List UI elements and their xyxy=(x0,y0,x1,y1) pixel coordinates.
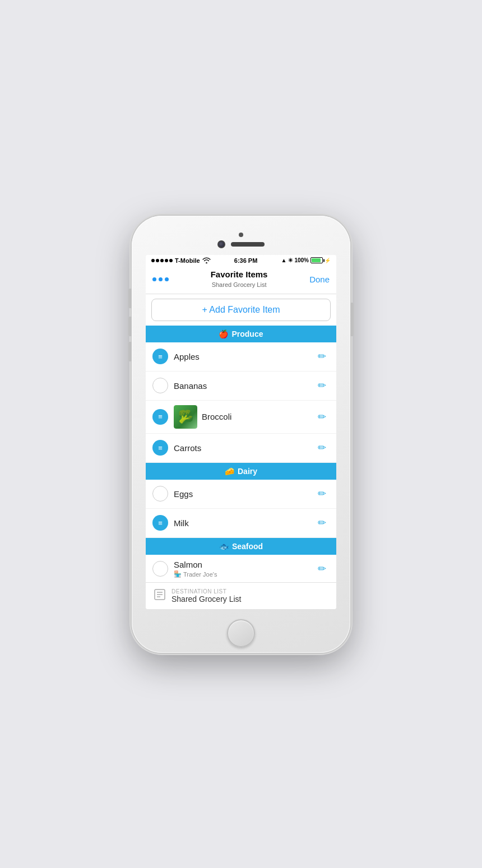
check-symbol: ≡ xyxy=(158,412,163,421)
carrier-label: T-Mobile xyxy=(175,257,200,264)
list-item: Bananas ✏ xyxy=(146,372,336,401)
item-unchecked-icon[interactable] xyxy=(152,378,168,393)
broccoli-image: 🥦 xyxy=(174,405,197,429)
edit-icon[interactable]: ✏ xyxy=(314,377,330,394)
battery-icon xyxy=(310,257,323,263)
section-header-dairy: 🧀 Dairy xyxy=(146,463,336,480)
status-left: T-Mobile xyxy=(151,257,211,264)
bluetooth-icon: ✳ xyxy=(288,257,293,263)
nav-bar: Favorite Items Shared Grocery List Done xyxy=(146,266,336,294)
list-item: ≡ Carrots ✏ xyxy=(146,434,336,463)
edit-icon[interactable]: ✏ xyxy=(314,348,330,365)
edit-icon[interactable]: ✏ xyxy=(314,439,330,456)
phone-screen: T-Mobile 6:36 PM ▲ ✳ 100% ⚡ xyxy=(146,255,336,609)
home-button[interactable] xyxy=(227,619,255,647)
item-thumbnail: 🥦 xyxy=(174,405,197,429)
list-item: ≡ Milk ✏ xyxy=(146,509,336,538)
phone-frame: T-Mobile 6:36 PM ▲ ✳ 100% ⚡ xyxy=(132,216,350,653)
list-item: ≡ Apples ✏ xyxy=(146,342,336,372)
check-symbol: ≡ xyxy=(158,519,163,527)
status-time: 6:36 PM xyxy=(234,257,258,264)
item-name: Apples xyxy=(174,352,314,361)
phone-sensor xyxy=(239,233,243,237)
location-icon: ▲ xyxy=(281,257,287,263)
item-unchecked-icon[interactable] xyxy=(152,561,168,577)
item-name: Eggs xyxy=(174,489,314,499)
charging-icon: ⚡ xyxy=(325,258,331,263)
item-checked-icon[interactable]: ≡ xyxy=(152,349,168,364)
item-content: Salmon 🏪 Trader Joe's xyxy=(174,560,314,578)
check-symbol: ≡ xyxy=(158,352,163,361)
signal-icon xyxy=(151,259,173,262)
item-name: Salmon xyxy=(174,560,314,569)
page-title: Favorite Items xyxy=(211,270,268,279)
phone-speaker xyxy=(231,242,265,247)
battery-pct: 100% xyxy=(294,257,309,263)
nav-subtitle: Shared Grocery List xyxy=(212,281,267,288)
list-icon xyxy=(154,588,166,604)
phone-camera xyxy=(217,240,225,248)
edit-icon[interactable]: ✏ xyxy=(314,514,330,531)
section-header-produce: 🍎 Produce xyxy=(146,326,336,342)
item-name: Broccoli xyxy=(202,412,314,421)
destination-text: DESTINATION LIST Shared Grocery List xyxy=(172,588,242,604)
item-name: Milk xyxy=(174,518,314,528)
status-bar: T-Mobile 6:36 PM ▲ ✳ 100% ⚡ xyxy=(146,255,336,266)
item-name: Bananas xyxy=(174,381,314,391)
store-icon: 🏪 xyxy=(174,570,182,578)
screen-content[interactable]: 🍎 Produce ≡ Apples ✏ Bananas ✏ ≡ xyxy=(146,326,336,582)
section-label-produce: Produce xyxy=(231,329,263,338)
list-item: Salmon 🏪 Trader Joe's ✏ xyxy=(146,555,336,582)
phone-top xyxy=(132,216,350,255)
section-label-seafood: Seafood xyxy=(232,542,263,551)
destination-label: DESTINATION LIST xyxy=(172,588,242,595)
item-unchecked-icon[interactable] xyxy=(152,486,168,502)
list-item: ≡ 🥦 Broccoli ✏ xyxy=(146,401,336,434)
item-name: Carrots xyxy=(174,443,314,453)
dairy-icon: 🧀 xyxy=(225,467,234,476)
item-checked-icon[interactable]: ≡ xyxy=(152,409,168,425)
apple-icon: 🍎 xyxy=(219,329,228,338)
store-name: Trader Joe's xyxy=(183,571,217,578)
destination-value: Shared Grocery List xyxy=(172,595,242,604)
section-label-dairy: Dairy xyxy=(238,467,257,476)
fish-icon: 🐟 xyxy=(219,542,229,551)
check-symbol: ≡ xyxy=(158,444,163,452)
home-button-area xyxy=(132,614,350,653)
wifi-icon xyxy=(202,257,211,263)
edit-icon[interactable]: ✏ xyxy=(314,485,330,502)
destination-bar: DESTINATION LIST Shared Grocery List xyxy=(146,582,336,609)
section-header-seafood: 🐟 Seafood xyxy=(146,538,336,555)
edit-icon[interactable]: ✏ xyxy=(314,409,330,425)
more-dots-icon[interactable] xyxy=(152,277,169,281)
done-button[interactable]: Done xyxy=(309,275,330,284)
item-checked-icon[interactable]: ≡ xyxy=(152,440,168,456)
add-favorite-button[interactable]: + Add Favorite Item xyxy=(151,299,331,321)
status-right: ▲ ✳ 100% ⚡ xyxy=(281,257,331,263)
edit-icon[interactable]: ✏ xyxy=(314,560,330,577)
list-item: Eggs ✏ xyxy=(146,480,336,509)
item-sublabel: 🏪 Trader Joe's xyxy=(174,570,314,578)
nav-title-area: Favorite Items Shared Grocery List xyxy=(211,270,268,289)
item-checked-icon[interactable]: ≡ xyxy=(152,515,168,531)
